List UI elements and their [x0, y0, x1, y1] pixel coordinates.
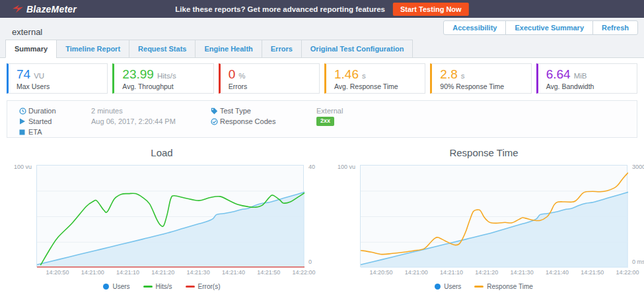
kpi-label: Avg. Response Time — [334, 82, 417, 90]
kpi-label: Avg. Throughput — [122, 82, 205, 90]
top-bar: BlazeMeter Like these reports? Get more … — [0, 0, 644, 18]
play-icon — [19, 118, 28, 125]
legend-label: Response Time — [487, 283, 532, 290]
test-type-value: External — [316, 107, 343, 115]
load-chart-xticks: 14:20:5014:21:0014:21:1014:21:2014:21:30… — [36, 269, 304, 278]
tab-engine-health[interactable]: Engine Health — [195, 40, 262, 58]
legend-item-hits-s[interactable]: Hits/s — [143, 283, 172, 290]
header-band: external Accessibility Executive Summary… — [0, 18, 644, 58]
kpi-avg-throughput: 23.99Hits/s Avg. Throughput — [112, 63, 213, 94]
legend-label: Hits/s — [156, 283, 172, 290]
kpi-unit: VU — [34, 72, 44, 80]
legend-dot-marker — [435, 284, 441, 290]
x-tick-label: 14:21:00 — [405, 269, 428, 276]
response-chart-plot: 100 vu 3000 ms 0 ms — [360, 165, 627, 267]
kpi-label: Max Users — [17, 82, 99, 90]
x-tick-label: 14:22:00 — [292, 269, 315, 276]
response-time-chart: Response Time 100 vu 3000 ms 0 ms 14:20:… — [330, 146, 637, 290]
kpi-label: Errors — [229, 82, 311, 90]
header-actions: Accessibility Executive Summary Refresh — [444, 20, 638, 35]
x-tick-label: 14:21:20 — [475, 269, 498, 276]
kpi-avg-response-time: 1.46s Avg. Response Time — [324, 63, 425, 94]
x-tick-label: 14:22:00 — [616, 269, 639, 276]
refresh-button[interactable]: Refresh — [592, 20, 638, 35]
promo-banner: Like these reports? Get more advanced re… — [175, 0, 468, 18]
kpi-value: 2.8 — [440, 67, 457, 82]
tag-icon — [211, 108, 220, 115]
duration-value: 2 minutes — [91, 107, 123, 115]
legend-item-error-s-[interactable]: Error(s) — [186, 283, 221, 290]
response-codes-label: Response Codes — [220, 117, 316, 125]
load-chart-svg — [37, 166, 304, 268]
kpi-unit: % — [238, 72, 245, 80]
legend-item-users[interactable]: Users — [103, 283, 129, 290]
tab-errors[interactable]: Errors — [262, 40, 302, 58]
left-axis-max-label: 100 vu — [338, 164, 355, 170]
x-tick-label: 14:20:50 — [369, 269, 392, 276]
tab-timeline-report[interactable]: Timeline Report — [56, 40, 129, 58]
legend-label: Error(s) — [198, 283, 221, 290]
kpi-90pct-response-time: 2.8s 90% Response Time — [430, 63, 531, 94]
info-right-column: Test Type External Response Codes 2xx — [211, 106, 343, 127]
start-testing-now-button[interactable]: Start Testing Now — [393, 3, 469, 16]
legend-dot-marker — [103, 284, 109, 290]
kpi-value: 1.46 — [334, 67, 359, 82]
logo-text: BlazeMeter — [26, 4, 77, 15]
report-tabs: Summary Timeline Report Request Stats En… — [6, 40, 413, 58]
started-value: Aug 06, 2017, 2:20:44 PM — [91, 117, 176, 125]
tab-summary[interactable]: Summary — [5, 40, 57, 58]
response-code-badge: 2xx — [316, 117, 334, 126]
response-chart-legend: UsersResponse Time — [330, 283, 637, 290]
info-row-duration: Duration 2 minutes — [19, 106, 176, 116]
started-label: Started — [28, 117, 91, 125]
legend-label: Users — [444, 283, 461, 290]
clock-icon — [19, 108, 28, 115]
kpi-label: 90% Response Time — [440, 82, 522, 90]
duration-label: Duration — [28, 107, 91, 115]
executive-summary-button[interactable]: Executive Summary — [505, 20, 593, 35]
page-title: external — [12, 27, 42, 37]
x-tick-label: 14:21:10 — [116, 269, 139, 276]
info-left-column: Duration 2 minutes Started Aug 06, 2017,… — [19, 106, 176, 137]
legend-item-response-time[interactable]: Response Time — [474, 283, 532, 290]
tab-request-stats[interactable]: Request Stats — [129, 40, 196, 58]
right-axis-min-label: 0 — [308, 259, 312, 265]
test-info-panel: Duration 2 minutes Started Aug 06, 2017,… — [7, 100, 637, 138]
x-tick-label: 14:21:50 — [581, 269, 604, 276]
right-axis-max-label: 40 — [308, 164, 315, 170]
legend-item-users[interactable]: Users — [435, 283, 461, 290]
kpi-max-users: 74VU Max Users — [7, 63, 108, 94]
x-tick-label: 14:21:20 — [151, 269, 174, 276]
response-chart-xticks: 14:20:5014:21:0014:21:1014:21:2014:21:30… — [360, 269, 627, 278]
info-row-test-type: Test Type External — [211, 106, 343, 116]
x-tick-label: 14:21:30 — [187, 269, 210, 276]
right-axis-min-label: 0 ms — [632, 259, 644, 265]
x-tick-label: 14:21:50 — [257, 269, 280, 276]
x-tick-label: 14:21:40 — [222, 269, 245, 276]
accessibility-button[interactable]: Accessibility — [443, 20, 506, 35]
blazemeter-logo[interactable]: BlazeMeter — [12, 4, 77, 15]
x-tick-label: 14:20:50 — [46, 269, 69, 276]
kpi-value: 0 — [229, 67, 236, 82]
kpi-value: 74 — [17, 67, 30, 82]
legend-label: Users — [112, 283, 129, 290]
kpi-unit: s — [362, 72, 366, 80]
load-chart-legend: UsersHits/sError(s) — [7, 283, 317, 290]
legend-line-marker — [474, 286, 483, 288]
charts-row: Load 100 vu 40 0 14:20:5014:21:0014:21:1… — [7, 146, 637, 290]
response-codes-icon — [211, 118, 220, 125]
banner-text: Like these reports? Get more advanced re… — [175, 5, 385, 13]
legend-line-marker — [186, 286, 195, 288]
kpi-errors: 0% Errors — [219, 63, 320, 94]
left-axis-max-label: 100 vu — [14, 164, 32, 170]
tab-original-test-configuration[interactable]: Original Test Configuration — [301, 40, 413, 58]
x-tick-label: 14:21:30 — [511, 269, 534, 276]
kpi-unit: Hits/s — [157, 72, 176, 80]
load-chart: Load 100 vu 40 0 14:20:5014:21:0014:21:1… — [7, 146, 317, 290]
info-row-started: Started Aug 06, 2017, 2:20:44 PM — [19, 116, 176, 127]
kpi-avg-bandwidth: 6.64MiB Avg. Bandwidth — [536, 63, 637, 94]
stop-square-icon — [19, 129, 28, 135]
kpi-value: 6.64 — [546, 67, 571, 82]
eta-label: ETA — [28, 128, 91, 136]
kpi-unit: s — [461, 72, 465, 80]
